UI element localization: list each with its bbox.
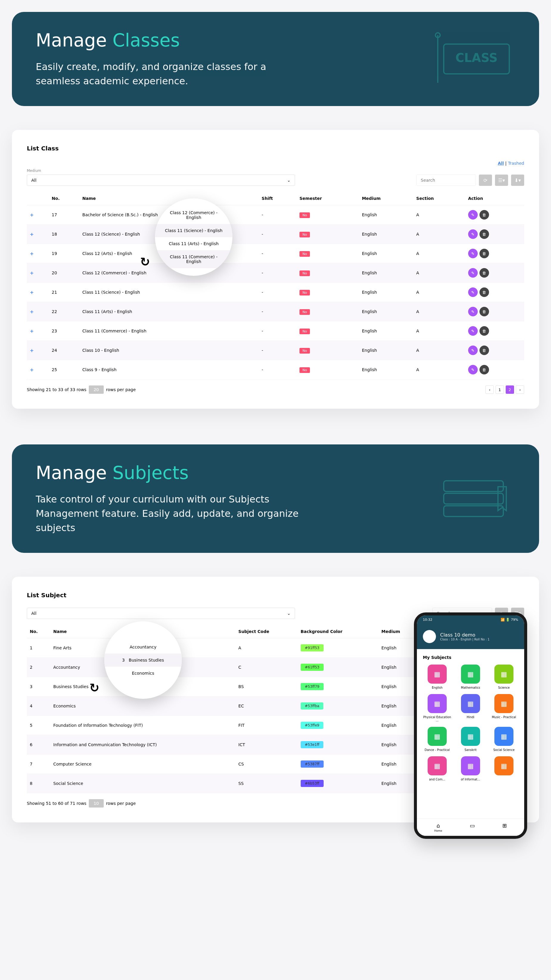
arrow-icon: ↻ <box>140 255 150 269</box>
nav-item[interactable]: ▭ <box>470 822 475 832</box>
subject-tile[interactable]: ▦Social Science <box>490 727 518 751</box>
color-pill: #53e1ff <box>301 741 323 748</box>
col-header[interactable]: Action <box>465 192 524 205</box>
nav-item[interactable]: ⌂Home <box>434 822 442 832</box>
subject-tile[interactable]: ▦Physical Education ... <box>423 694 451 722</box>
delete-button[interactable]: 🗑 <box>479 210 489 220</box>
expand-icon[interactable]: + <box>30 367 33 373</box>
page-2[interactable]: 2 <box>506 385 514 394</box>
rows-per-page[interactable]: 20 <box>89 385 104 394</box>
cell-medium: English <box>359 341 413 360</box>
cell-code: CS <box>236 754 298 774</box>
class-sign-icon: CLASS <box>432 32 515 86</box>
delete-button[interactable]: 🗑 <box>479 345 489 355</box>
subject-tile[interactable]: ▦Mathematics <box>456 665 485 689</box>
semester-badge: No <box>299 367 310 373</box>
edit-button[interactable]: ✎ <box>468 345 478 355</box>
edit-button[interactable]: ✎ <box>468 210 478 220</box>
edit-button[interactable]: ✎ <box>468 249 478 258</box>
delete-button[interactable]: 🗑 <box>479 268 489 278</box>
subject-tile[interactable]: ▦Sanskrit <box>456 727 485 751</box>
summary-text: Showing 21 to 33 of 33 rows20rows per pa… <box>27 387 136 392</box>
edit-button[interactable]: ✎ <box>468 365 478 374</box>
subject-tile[interactable]: ▦English <box>423 665 451 689</box>
cell-shift: - <box>259 321 296 341</box>
page-next[interactable]: › <box>516 385 524 394</box>
expand-icon[interactable]: + <box>30 328 33 334</box>
semester-badge: No <box>299 329 310 334</box>
expand-icon[interactable]: + <box>30 270 33 276</box>
cell-shift: - <box>259 244 296 263</box>
cell-medium: English <box>359 360 413 380</box>
edit-button[interactable]: ✎ <box>468 268 478 278</box>
subject-label: Sanskrit <box>456 748 485 751</box>
delete-button[interactable]: 🗑 <box>479 288 489 297</box>
cell-name: Class 10 - English <box>79 341 259 360</box>
cell-shift: - <box>259 341 296 360</box>
color-pill: #91ff53 <box>301 644 323 651</box>
search-input[interactable] <box>416 175 476 186</box>
expand-icon[interactable]: + <box>30 212 33 218</box>
cell-name: Information and Communication Technology… <box>50 735 236 754</box>
subject-tile[interactable]: ▦Music - Practical <box>490 694 518 722</box>
edit-button[interactable]: ✎ <box>468 326 478 336</box>
delete-button[interactable]: 🗑 <box>479 326 489 336</box>
cell-code: FIT <box>236 716 298 735</box>
student-name: Class 10 demo <box>440 632 490 638</box>
subject-filter-select[interactable]: All⌄ <box>27 608 295 619</box>
edit-button[interactable]: ✎ <box>468 229 478 239</box>
subject-icon: ▦ <box>428 694 447 713</box>
col-header[interactable]: No. <box>49 192 80 205</box>
cell-section: A <box>413 244 465 263</box>
subject-tile[interactable]: ▦and Com... <box>423 756 451 781</box>
col-header[interactable] <box>27 192 49 205</box>
cell-no: 17 <box>49 205 80 224</box>
subject-tile[interactable]: ▦Hindi <box>456 694 485 722</box>
subject-tile[interactable]: ▦ <box>490 756 518 781</box>
cell-section: A <box>413 205 465 224</box>
cell-name: Economics <box>50 697 236 716</box>
medium-select[interactable]: All⌄ <box>27 175 295 186</box>
col-header[interactable]: Shift <box>259 192 296 205</box>
page-1[interactable]: 1 <box>495 385 504 394</box>
subject-label: Science <box>490 686 518 689</box>
delete-button[interactable]: 🗑 <box>479 229 489 239</box>
delete-button[interactable]: 🗑 <box>479 249 489 258</box>
page-prev[interactable]: ‹ <box>486 385 494 394</box>
col-header[interactable]: Medium <box>359 192 413 205</box>
rows-per-page[interactable]: 10 <box>89 799 104 808</box>
subject-tile[interactable]: ▦Science <box>490 665 518 689</box>
nav-item[interactable]: ⊞ <box>502 822 507 832</box>
col-header[interactable]: Background Color <box>298 625 379 638</box>
delete-button[interactable]: 🗑 <box>479 365 489 374</box>
link-trashed[interactable]: Trashed <box>508 161 524 165</box>
columns-button[interactable]: ☰▾ <box>495 175 508 186</box>
edit-button[interactable]: ✎ <box>468 307 478 317</box>
expand-icon[interactable]: + <box>30 348 33 353</box>
edit-button[interactable]: ✎ <box>468 288 478 297</box>
subject-label: Mathematics <box>456 686 485 689</box>
col-header[interactable]: No. <box>27 625 50 638</box>
col-header[interactable]: Semester <box>296 192 359 205</box>
expand-icon[interactable]: + <box>30 231 33 237</box>
export-button[interactable]: ⬇▾ <box>511 175 524 186</box>
phone-status-bar: 10:32📶 🔋 79% <box>417 616 524 624</box>
link-all[interactable]: All <box>498 161 503 165</box>
subject-tile[interactable]: ▦of Informat... <box>456 756 485 781</box>
svg-rect-5 <box>444 493 503 504</box>
delete-button[interactable]: 🗑 <box>479 307 489 317</box>
subject-icon: ▦ <box>461 665 480 684</box>
subject-icon: ▦ <box>494 694 513 713</box>
expand-icon[interactable]: + <box>30 251 33 256</box>
col-header[interactable]: Section <box>413 192 465 205</box>
col-header[interactable]: Name <box>79 192 259 205</box>
subject-tile[interactable]: ▦Dance - Practical <box>423 727 451 751</box>
expand-icon[interactable]: + <box>30 290 33 295</box>
subject-label: Hindi <box>456 716 485 719</box>
pagination: ‹ 1 2 › <box>486 385 524 394</box>
cell-no: 6 <box>27 735 50 754</box>
col-header[interactable]: Subject Code <box>236 625 298 638</box>
refresh-button[interactable]: ⟳ <box>479 175 492 186</box>
color-pill: #61ff53 <box>301 663 323 671</box>
expand-icon[interactable]: + <box>30 309 33 315</box>
